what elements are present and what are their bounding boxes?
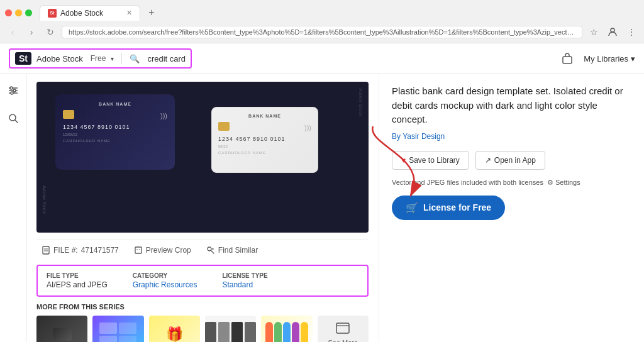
sidebar-filter-icon[interactable]	[4, 82, 22, 99]
close-window-button[interactable]	[5, 9, 12, 16]
dark-card-number: 1234 4567 8910 0101	[63, 124, 167, 130]
asset-author: By Yasir Design	[392, 132, 631, 141]
category-col: CATEGORY Graphic Resources	[133, 272, 197, 289]
series-thumb-2[interactable]	[92, 316, 143, 342]
see-more-button[interactable]: See More	[318, 316, 369, 342]
my-libraries-chevron-icon: ▾	[631, 54, 635, 63]
license-type-label: LICENSE TYPE	[222, 272, 267, 279]
svg-point-5	[10, 87, 13, 89]
asset-action-buttons: ♥ Save to Library ↗ Open in App	[392, 151, 631, 170]
forward-button[interactable]: ›	[24, 25, 39, 40]
more-series-grid: 🎁	[36, 316, 369, 342]
refresh-button[interactable]: ↻	[43, 25, 58, 40]
save-label: Save to Library	[409, 156, 460, 165]
file-type-value: AI/EPS and JPEG	[47, 280, 108, 289]
detail-panel: Plastic bank card design template set. I…	[379, 74, 644, 342]
browser-controls: ‹ › ↻ https://stock.adobe.com/search/fre…	[0, 21, 644, 43]
browser-chrome: St Adobe Stock ✕ + ‹ › ↻ https://stock.a…	[0, 0, 644, 43]
light-card-date: 08/22	[218, 145, 311, 148]
find-similar-button[interactable]: Find Similar	[201, 243, 263, 257]
traffic-lights	[5, 9, 32, 16]
logo-area: St Adobe Stock Free ▾ 🔍 credit card	[9, 48, 192, 69]
file-number-button[interactable]: FILE #: 471471577	[36, 243, 124, 257]
gear-icon: ⚙	[547, 179, 553, 187]
light-card-number: 1234 4567 8910 0101	[218, 136, 311, 142]
find-similar-label: Find Similar	[218, 246, 258, 255]
author-prefix: By	[392, 132, 401, 141]
image-preview: BANK NAME ))) 1234 4567 8910 0101 10/08/…	[36, 82, 369, 233]
svg-rect-13	[135, 247, 142, 253]
file-number: 471471577	[81, 246, 119, 255]
dark-card-chip-icon	[63, 110, 74, 119]
heart-icon: ♥	[401, 156, 406, 165]
new-tab-button[interactable]: +	[143, 4, 160, 21]
light-card-holder: CARDHOLDER NAME	[218, 151, 311, 155]
maximize-window-button[interactable]	[25, 9, 32, 16]
bag-icon[interactable]	[558, 50, 576, 67]
search-type-dropdown[interactable]: Free	[91, 54, 106, 63]
file-info-row: FILE TYPE AI/EPS and JPEG CATEGORY Graph…	[47, 272, 358, 289]
app-layout: BANK NAME ))) 1234 4567 8910 0101 10/08/…	[0, 74, 644, 342]
search-query[interactable]: credit card	[147, 54, 186, 63]
file-type-label: FILE TYPE	[47, 272, 108, 279]
light-card-chip-icon	[218, 122, 230, 131]
my-libraries-button[interactable]: My Libraries ▾	[584, 54, 635, 63]
license-for-free-button[interactable]: 🛒 License for Free	[392, 196, 505, 220]
asset-title: Plastic bank card design template set. I…	[392, 84, 631, 127]
extension-icon[interactable]: ⋮	[624, 25, 639, 40]
dark-card-holder: CARDHOLDER NAME	[63, 139, 167, 143]
license-type-value[interactable]: Standard	[222, 280, 267, 289]
watermark-left: Adobe Stock	[42, 185, 47, 214]
header-right: My Libraries ▾	[558, 50, 635, 67]
sidebar-search-icon[interactable]	[4, 109, 22, 127]
address-bar[interactable]: https://stock.adobe.com/search/free?filt…	[62, 26, 582, 38]
series-thumb-5[interactable]	[261, 316, 312, 342]
file-info-box: FILE TYPE AI/EPS and JPEG CATEGORY Graph…	[36, 265, 369, 297]
more-series-section: MORE FROM THIS SERIES 🎁	[36, 303, 369, 342]
license-type-col: LICENSE TYPE Standard	[222, 272, 267, 289]
series-thumb-1[interactable]	[36, 316, 87, 342]
open-label: Open in App	[494, 156, 536, 165]
svg-rect-19	[336, 323, 349, 333]
file-label: FILE #:	[53, 246, 78, 255]
search-icon: 🔍	[130, 54, 140, 63]
sidebar	[0, 74, 26, 342]
shopping-cart-icon: 🛒	[406, 202, 418, 214]
browser-tab[interactable]: St Adobe Stock ✕	[40, 5, 140, 21]
settings-link[interactable]: ⚙ Settings	[547, 179, 580, 187]
series-thumb-4[interactable]	[205, 316, 256, 342]
back-button[interactable]: ‹	[5, 25, 20, 40]
settings-label: Settings	[555, 179, 580, 186]
category-label: CATEGORY	[133, 272, 197, 279]
license-info-row: Vector and JPEG files included with both…	[392, 179, 631, 187]
main-content: BANK NAME ))) 1234 4567 8910 0101 10/08/…	[26, 74, 644, 342]
account-icon[interactable]	[605, 25, 620, 40]
license-button-area: 🛒 License for Free	[392, 196, 505, 220]
more-series-title: MORE FROM THIS SERIES	[36, 303, 369, 311]
preview-crop-label: Preview Crop	[146, 246, 191, 255]
preview-crop-button[interactable]: Preview Crop	[129, 243, 196, 257]
file-type-col: FILE TYPE AI/EPS and JPEG	[47, 272, 108, 289]
image-panel: BANK NAME ))) 1234 4567 8910 0101 10/08/…	[26, 74, 379, 342]
bookmark-icon[interactable]: ☆	[586, 25, 601, 40]
tab-close-icon[interactable]: ✕	[126, 9, 132, 17]
dark-card-bank: BANK NAME	[63, 102, 167, 106]
search-type-chevron-icon[interactable]: ▾	[111, 55, 114, 62]
author-name[interactable]: Yasir Design	[402, 132, 445, 141]
svg-line-16	[211, 251, 214, 254]
license-info-text: Vector and JPEG files included with both…	[392, 179, 543, 186]
minimize-window-button[interactable]	[15, 9, 22, 16]
save-to-library-button[interactable]: ♥ Save to Library	[392, 151, 469, 170]
app-header: St Adobe Stock Free ▾ 🔍 credit card My L…	[0, 43, 644, 74]
browser-tab-bar: St Adobe Stock ✕ +	[0, 0, 644, 21]
open-in-app-button[interactable]: ↗ Open in App	[475, 151, 545, 170]
svg-point-7	[11, 92, 13, 94]
image-actions-bar: FILE #: 471471577 Preview Crop Find Simi…	[36, 239, 369, 261]
light-card-bank: BANK NAME	[218, 114, 311, 118]
series-thumb-3[interactable]: 🎁	[149, 316, 200, 342]
svg-point-6	[13, 89, 16, 92]
svg-point-0	[611, 28, 614, 32]
svg-rect-1	[563, 57, 572, 63]
category-value[interactable]: Graphic Resources	[133, 280, 197, 289]
dark-credit-card: BANK NAME ))) 1234 4567 8910 0101 10/08/…	[55, 94, 175, 170]
